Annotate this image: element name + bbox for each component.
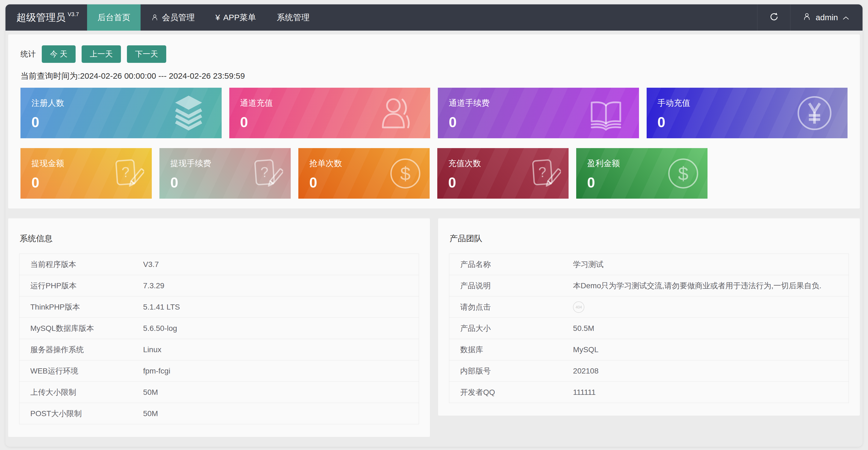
stat-card-manual-recharge: 手动充值0 — [647, 88, 848, 138]
next-day-button[interactable]: 下一天 — [127, 45, 166, 63]
question-doc-icon: ? — [528, 157, 561, 190]
dollar-circle-icon: $ — [666, 157, 700, 190]
info-row: MySQL数据库版本5.6.50-log — [20, 318, 419, 339]
info-row: 服务器操作系统Linux — [20, 339, 419, 360]
tab-system[interactable]: 系统管理 — [267, 4, 320, 31]
info-row: 上传大小限制50M — [20, 382, 419, 403]
info-value: 7.3.29 — [143, 275, 419, 297]
info-label: 运行PHP版本 — [20, 275, 143, 297]
stat-card-value: 0 — [31, 114, 39, 130]
info-row: 当前程序版本V3.7 — [20, 254, 419, 275]
info-label: 产品说明 — [449, 275, 573, 297]
stat-card-title: 通道充值 — [240, 97, 273, 109]
info-label: 请勿点击 — [449, 297, 573, 318]
stat-card-registered-users: 注册人数0 — [21, 88, 222, 138]
stat-card-title: 抢单次数 — [309, 158, 342, 169]
user-icon — [803, 12, 811, 23]
info-value: MySQL — [573, 339, 848, 360]
info-row: 开发者QQ111111 — [449, 382, 849, 403]
system-info-tbody: 当前程序版本V3.7运行PHP版本7.3.29ThinkPHP版本5.1.41 … — [20, 254, 419, 424]
refresh-button[interactable] — [757, 4, 790, 31]
stat-card-value: 0 — [448, 174, 456, 191]
stat-card-value: 0 — [309, 174, 317, 191]
stat-card-title: 提现手续费 — [170, 158, 211, 169]
tab-members[interactable]: 会员管理 — [141, 4, 205, 31]
info-row: POST大小限制50M — [20, 403, 419, 424]
prev-day-button[interactable]: 上一天 — [82, 45, 121, 63]
system-info-title: 系统信息 — [20, 233, 418, 244]
book-icon — [587, 94, 625, 132]
stat-card-grab-count: 抢单次数0$ — [298, 148, 430, 199]
info-label: POST大小限制 — [20, 403, 143, 424]
stats-buttons: 今 天上一天下一天 — [42, 45, 166, 63]
layers-icon — [170, 94, 208, 132]
info-value: V3.7 — [143, 254, 419, 275]
info-label: MySQL数据库版本 — [20, 318, 143, 339]
tab-home[interactable]: 后台首页 — [87, 4, 141, 31]
stats-header: 统计 今 天上一天下一天 — [21, 45, 847, 63]
stat-card-value: 0 — [31, 174, 39, 191]
stats-section-label: 统计 — [21, 49, 36, 59]
question-doc-icon: ? — [111, 157, 144, 190]
info-row: 产品说明本Demo只为学习测试交流,请勿要做商业或者用于违法行为,一切后果自负. — [449, 275, 849, 297]
product-team-table: 产品名称学习测试产品说明本Demo只为学习测试交流,请勿要做商业或者用于违法行为… — [449, 254, 849, 403]
svg-text:?: ? — [538, 164, 547, 180]
stat-card-title: 手动充值 — [657, 97, 690, 109]
info-value: 5.6.50-log — [143, 318, 419, 339]
brand: 超级管理员 V3.7 — [5, 4, 87, 31]
product-team-panel: 产品团队 产品名称学习测试产品说明本Demo只为学习测试交流,请勿要做商业或者用… — [438, 218, 860, 416]
stat-card-recharge-count: 充值次数0? — [437, 148, 568, 199]
stat-card-value: 0 — [449, 114, 457, 130]
stat-card-value: 0 — [657, 114, 665, 130]
info-label: 产品大小 — [449, 318, 573, 339]
stat-card-channel-recharge: 通道充值0 — [229, 88, 430, 138]
info-label: 产品名称 — [449, 254, 573, 275]
info-row: 数据库MySQL — [449, 339, 849, 360]
info-label: 服务器操作系统 — [20, 339, 143, 360]
system-info-panel: 系统信息 当前程序版本V3.7运行PHP版本7.3.29ThinkPHP版本5.… — [8, 218, 430, 437]
stat-cards-row2: 提现金额0?提现手续费0?抢单次数0$充值次数0?盈利金额0$ — [21, 148, 847, 199]
info-row: 产品大小50.5M — [449, 318, 849, 339]
info-value: 5.1.41 LTS — [143, 297, 419, 318]
user-outline-icon — [378, 94, 416, 132]
username: admin — [815, 13, 838, 22]
info-value: 202108 — [573, 360, 848, 382]
tab-label: APP菜单 — [223, 12, 256, 23]
tab-app-menu[interactable]: ¥APP菜单 — [205, 4, 267, 31]
today-button[interactable]: 今 天 — [42, 45, 75, 63]
stat-card-profit-amount: 盈利金额0$ — [576, 148, 708, 199]
navbar: 超级管理员 V3.7 后台首页会员管理¥APP菜单系统管理 — [5, 4, 863, 31]
app-window: 超级管理员 V3.7 后台首页会员管理¥APP菜单系统管理 — [5, 4, 863, 447]
chevron-up-icon — [842, 13, 849, 22]
info-row: 产品名称学习测试 — [449, 254, 849, 275]
question-doc-icon: ? — [250, 157, 283, 190]
stat-card-value: 0 — [170, 174, 178, 191]
404-badge[interactable]: 404 — [573, 301, 584, 313]
info-value: 50M — [143, 382, 419, 403]
info-value: 111111 — [573, 382, 848, 403]
info-value: 404 — [573, 297, 848, 318]
stat-cards-row1: 注册人数0通道充值0通道手续费0手动充值0 — [21, 88, 847, 138]
info-label: WEB运行环境 — [20, 360, 143, 382]
stat-card-title: 提现金额 — [31, 158, 64, 169]
user-menu[interactable]: admin — [790, 4, 863, 31]
bottom-section: 系统信息 当前程序版本V3.7运行PHP版本7.3.29ThinkPHP版本5.… — [8, 218, 860, 445]
svg-text:?: ? — [121, 164, 130, 180]
dollar-circle-icon: $ — [389, 157, 422, 190]
user-icon — [151, 13, 159, 21]
stat-card-title: 注册人数 — [31, 97, 64, 109]
stat-card-title: 充值次数 — [448, 158, 481, 169]
svg-text:$: $ — [678, 163, 688, 184]
tab-label: 会员管理 — [162, 12, 195, 23]
info-row: 运行PHP版本7.3.29 — [20, 275, 419, 297]
system-info-table: 当前程序版本V3.7运行PHP版本7.3.29ThinkPHP版本5.1.41 … — [19, 254, 419, 424]
stat-card-value: 0 — [587, 174, 595, 191]
yen-circle-icon — [796, 94, 833, 132]
stat-card-title: 通道手续费 — [449, 97, 490, 109]
product-team-title: 产品团队 — [450, 233, 848, 244]
info-row: 内部版号202108 — [449, 360, 849, 382]
info-label: ThinkPHP版本 — [20, 297, 143, 318]
stat-card-value: 0 — [240, 114, 248, 130]
info-value: fpm-fcgi — [143, 360, 419, 382]
query-time-text: 当前查询时间为:2024-02-26 00:00:00 --- 2024-02-… — [21, 71, 847, 82]
